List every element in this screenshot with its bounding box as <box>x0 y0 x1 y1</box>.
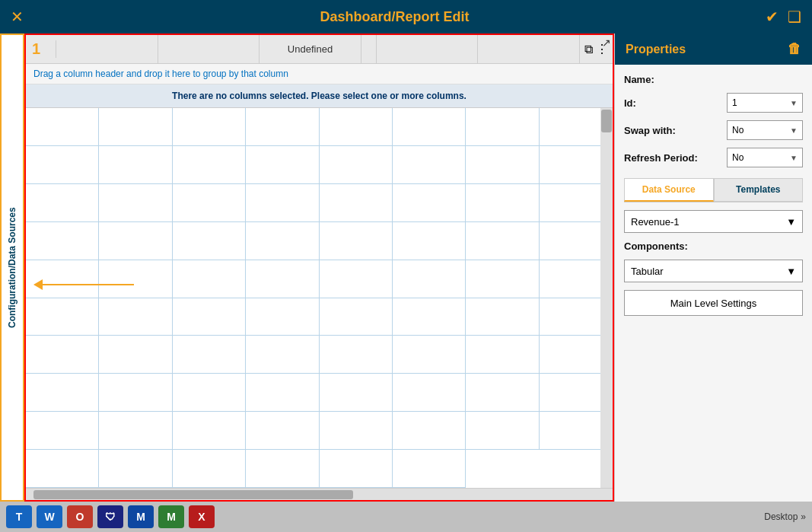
id-dropdown-arrow-icon: ▼ <box>790 99 798 107</box>
grid-cell <box>99 108 172 146</box>
grid-cell <box>173 450 246 488</box>
grid-cell <box>26 336 99 374</box>
grid-col-empty-3 <box>377 35 479 63</box>
grid-cell <box>466 146 539 184</box>
grid-cell <box>320 298 393 336</box>
grid-cell <box>393 260 466 298</box>
horizontal-scrollbar-thumb[interactable] <box>33 490 353 499</box>
copy-button[interactable]: ❑ <box>788 8 801 26</box>
datasource-dropdown[interactable]: Revenue-1 ▼ <box>624 210 803 233</box>
taskbar-app-outlook[interactable]: O <box>67 505 93 528</box>
grid-cell <box>26 412 99 450</box>
grid-cell <box>466 184 539 222</box>
refresh-dropdown[interactable]: No ▼ <box>727 148 803 167</box>
components-value: Tabular <box>631 266 664 277</box>
grid-cell <box>173 146 246 184</box>
grid-cell <box>246 336 319 374</box>
vertical-scrollbar[interactable] <box>600 108 613 488</box>
resize-handle[interactable]: ↗ <box>602 37 611 49</box>
swap-row: Swap with: No ▼ <box>624 120 803 140</box>
refresh-value: No <box>732 152 744 163</box>
properties-header: Properties 🗑 <box>615 33 812 65</box>
id-label: Id: <box>624 97 636 109</box>
grid-cell <box>246 412 319 450</box>
app-title: Dashboard/Report Edit <box>24 9 766 25</box>
no-columns-message: There are no columns selected. Please se… <box>26 84 613 108</box>
grid-cell <box>26 222 99 260</box>
main-level-settings-button[interactable]: Main Level Settings <box>624 290 803 316</box>
grid-cell <box>393 108 466 146</box>
taskbar-app-green[interactable]: M <box>158 505 184 528</box>
grid-cell <box>173 184 246 222</box>
swap-value: No <box>732 125 744 135</box>
grid-header: 1 Undefined ⧉ ⋮ ↗ <box>26 35 613 64</box>
grid-cell <box>26 298 99 336</box>
msuite-icon: M <box>136 511 145 523</box>
grid-cell <box>320 184 393 222</box>
grid-cell <box>320 450 393 488</box>
refresh-label: Refresh Period: <box>624 152 698 164</box>
swap-dropdown[interactable]: No ▼ <box>727 120 803 140</box>
grid-cell <box>393 146 466 184</box>
grid-cell <box>246 374 319 412</box>
grid-cell <box>466 260 539 298</box>
grid-cell <box>26 374 99 412</box>
refresh-row: Refresh Period: No ▼ <box>624 148 803 167</box>
grid-cell <box>320 222 393 260</box>
grid-cell <box>99 184 172 222</box>
grid-cell <box>99 336 172 374</box>
grid-cell <box>246 298 319 336</box>
col-icon-expand[interactable]: ⧉ <box>584 43 593 56</box>
grid-cell <box>246 184 319 222</box>
taskbar-app-msuite[interactable]: M <box>128 505 154 528</box>
properties-tabs: Data Source Templates <box>624 178 803 202</box>
tab-templates[interactable]: Templates <box>714 178 804 202</box>
desktop-label[interactable]: Desktop » <box>764 511 806 522</box>
id-dropdown[interactable]: 1 ▼ <box>727 93 803 113</box>
grid-cell <box>173 222 246 260</box>
taskbar-app-teams[interactable]: T <box>6 505 32 528</box>
grid-body <box>26 108 613 488</box>
grid-cell <box>99 412 172 450</box>
taskbar-app-x[interactable]: X <box>189 505 215 528</box>
grid-cell <box>320 108 393 146</box>
grid-cells <box>26 108 613 488</box>
grid-cell <box>466 298 539 336</box>
taskbar-app-shield[interactable]: 🛡 <box>97 505 123 528</box>
app-header: ✕ Dashboard/Report Edit ✔ ❑ <box>0 0 812 33</box>
grid-cell <box>173 336 246 374</box>
grid-col-empty-4 <box>478 35 580 63</box>
grid-cell <box>393 184 466 222</box>
grid-cell <box>99 450 172 488</box>
grid-cell <box>320 260 393 298</box>
grid-cell <box>393 336 466 374</box>
confirm-button[interactable]: ✔ <box>766 8 779 26</box>
arrow-annotation <box>33 279 134 290</box>
tab-datasource[interactable]: Data Source <box>624 178 714 202</box>
scrollbar-thumb[interactable] <box>601 110 612 132</box>
horizontal-scrollbar[interactable] <box>26 488 613 500</box>
grid-cell <box>173 374 246 412</box>
close-button[interactable]: ✕ <box>11 8 24 26</box>
components-dropdown[interactable]: Tabular ▼ <box>624 260 803 282</box>
datasource-value: Revenue-1 <box>631 216 680 228</box>
grid-cell <box>466 412 539 450</box>
arrow-head-icon <box>33 279 43 290</box>
name-row: Name: <box>624 74 803 85</box>
grid-cell <box>393 450 466 488</box>
id-value: 1 <box>732 97 737 108</box>
grid-cell <box>246 260 319 298</box>
grid-cell <box>26 146 99 184</box>
outlook-icon: O <box>76 511 84 523</box>
grid-cell <box>320 412 393 450</box>
arrow-line <box>43 284 134 285</box>
grid-cell <box>173 108 246 146</box>
group-by-row: Drag a column header and drop it here to… <box>26 64 613 84</box>
grid-cell <box>393 412 466 450</box>
grid-cell <box>466 336 539 374</box>
teams-icon: T <box>16 511 23 523</box>
refresh-dropdown-arrow-icon: ▼ <box>790 154 798 162</box>
delete-button[interactable]: 🗑 <box>788 41 801 57</box>
taskbar-app-word[interactable]: W <box>37 505 62 528</box>
sidebar-config[interactable]: Configuration/Data Sources <box>0 33 24 502</box>
